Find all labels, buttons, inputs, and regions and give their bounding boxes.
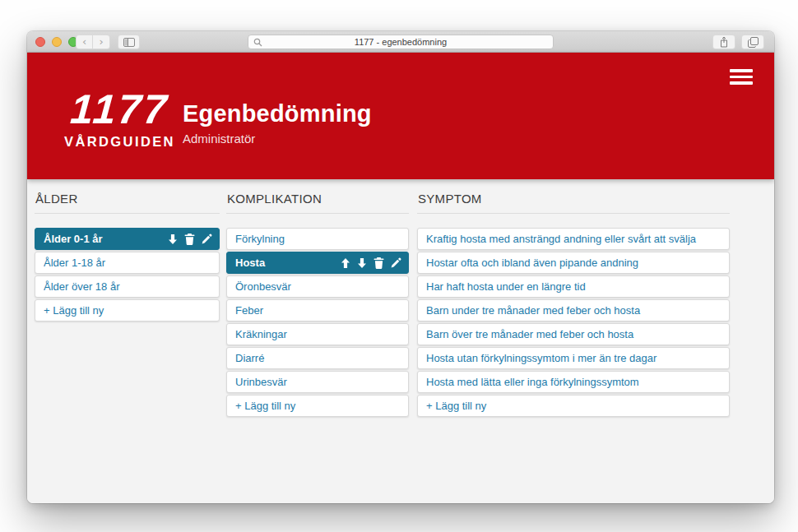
window-minimize-button[interactable] <box>52 37 62 47</box>
list-item[interactable]: Barn under tre månader med feber och hos… <box>417 299 730 322</box>
logo-word: VÅRDGUIDEN <box>64 134 175 150</box>
browser-titlebar: ‹ › 1177 - egenbedömning <box>27 31 774 53</box>
list-item-selected[interactable]: Ålder 0-1 år <box>35 228 220 250</box>
list-item-label: Diarré <box>235 352 401 364</box>
column-komplikation: KOMPLIKATIONFörkylningHostaÖronbesvärFeb… <box>226 179 409 419</box>
item-list: Kraftig hosta med ansträngd andning elle… <box>417 228 730 417</box>
list-item[interactable]: Ålder 1-18 år <box>35 252 220 274</box>
list-item[interactable]: Barn över tre månader med feber och host… <box>417 323 730 345</box>
delete-icon[interactable] <box>373 257 384 269</box>
list-item[interactable]: Ålder över 18 år <box>35 275 220 298</box>
sidebar-toggle-button[interactable] <box>118 35 140 49</box>
admin-columns: ÅLDERÅlder 0-1 årÅlder 1-18 årÅlder över… <box>27 179 774 503</box>
move-down-icon[interactable] <box>357 258 367 268</box>
header-text: Egenbedömning Administratör <box>183 100 372 146</box>
list-item-label: Hosta med lätta eller inga förkylningssy… <box>426 376 722 388</box>
list-item-selected[interactable]: Hosta <box>226 252 409 274</box>
add-new-button[interactable]: + Lägg till ny <box>35 299 220 322</box>
list-item[interactable]: Hosta utan förkylningssymtom i mer än tr… <box>417 347 730 369</box>
hamburger-icon <box>730 69 753 72</box>
sidebar-icon <box>123 38 135 47</box>
list-item[interactable]: Feber <box>226 299 409 322</box>
share-icon <box>719 36 729 48</box>
list-item[interactable]: Öronbesvär <box>226 275 409 298</box>
logo-number: 1177 <box>63 90 176 129</box>
column-heading: SYMPTOM <box>417 179 730 214</box>
site-header: 1177 VÅRDGUIDEN Egenbedömning Administra… <box>27 53 774 179</box>
column-heading: ÅLDER <box>35 179 220 214</box>
list-item-label: + Lägg till ny <box>44 304 212 317</box>
list-item-label: Ålder över 18 år <box>44 280 212 293</box>
back-button[interactable]: ‹ <box>76 35 93 49</box>
list-item-label: Hosta utan förkylningssymtom i mer än tr… <box>426 352 722 364</box>
address-bar-text: 1177 - egenbedömning <box>355 37 447 47</box>
add-new-button[interactable]: + Lägg till ny <box>226 395 409 417</box>
delete-icon[interactable] <box>184 234 195 245</box>
list-item-label: Feber <box>235 304 401 317</box>
list-item[interactable]: Diarré <box>226 347 409 369</box>
list-item-label: Hostar ofta och ibland även pipande andn… <box>426 257 722 269</box>
page-title: Egenbedömning <box>183 100 372 127</box>
tabs-button[interactable] <box>741 35 764 49</box>
list-item[interactable]: Hostar ofta och ibland även pipande andn… <box>417 252 730 274</box>
address-bar[interactable]: 1177 - egenbedömning <box>248 35 554 49</box>
window-close-button[interactable] <box>35 37 45 47</box>
list-item[interactable]: Kraftig hosta med ansträngd andning elle… <box>417 228 730 250</box>
edit-icon[interactable] <box>391 257 401 268</box>
list-item-label: Hosta <box>235 257 334 269</box>
list-item-label: Har haft hosta under en längre tid <box>426 280 722 293</box>
list-item[interactable]: Urinbesvär <box>226 371 409 393</box>
window-controls <box>35 37 78 47</box>
list-item[interactable]: Förkylning <box>226 228 409 250</box>
list-item-label: Kraftig hosta med ansträngd andning elle… <box>426 233 722 245</box>
list-item-label: Öronbesvär <box>235 280 401 293</box>
chevron-left-icon: ‹ <box>82 36 86 47</box>
column-alder: ÅLDERÅlder 0-1 årÅlder 1-18 årÅlder över… <box>35 179 220 323</box>
move-down-icon[interactable] <box>168 234 178 244</box>
list-item-label: + Lägg till ny <box>426 400 722 412</box>
list-item-label: Barn över tre månader med feber och host… <box>426 328 722 340</box>
list-item-label: + Lägg till ny <box>235 400 401 412</box>
column-symptom: SYMPTOMKraftig hosta med ansträngd andni… <box>417 179 730 419</box>
list-item-label: Förkylning <box>235 233 401 245</box>
search-icon <box>253 38 262 47</box>
page-subtitle: Administratör <box>183 132 372 146</box>
list-item[interactable]: Hosta med lätta eller inga förkylningssy… <box>417 371 730 393</box>
item-list: FörkylningHostaÖronbesvärFeberKräkningar… <box>226 228 409 417</box>
list-item-label: Ålder 0-1 år <box>44 233 161 245</box>
item-actions <box>341 257 401 269</box>
list-item-label: Urinbesvär <box>235 376 401 388</box>
logo-1177-vardguiden[interactable]: 1177 VÅRDGUIDEN <box>64 90 175 150</box>
desktop-background: ‹ › 1177 - egenbedömning 1177 VÅRDGUIDEN <box>0 0 798 532</box>
chevron-right-icon: › <box>99 36 103 47</box>
move-up-icon[interactable] <box>341 258 350 268</box>
forward-button[interactable]: › <box>93 35 110 49</box>
list-item[interactable]: Har haft hosta under en längre tid <box>417 275 730 298</box>
share-button[interactable] <box>712 35 735 49</box>
browser-window: ‹ › 1177 - egenbedömning 1177 VÅRDGUIDEN <box>27 31 774 503</box>
tabs-icon <box>748 37 759 48</box>
list-item-label: Ålder 1-18 år <box>44 257 212 269</box>
menu-button[interactable] <box>730 69 753 85</box>
add-new-button[interactable]: + Lägg till ny <box>417 395 730 417</box>
list-item-label: Kräkningar <box>235 328 401 340</box>
list-item-label: Barn under tre månader med feber och hos… <box>426 304 722 317</box>
item-actions <box>168 234 212 245</box>
edit-icon[interactable] <box>202 234 212 244</box>
column-heading: KOMPLIKATION <box>226 179 409 214</box>
item-list: Ålder 0-1 årÅlder 1-18 årÅlder över 18 å… <box>35 228 220 322</box>
list-item[interactable]: Kräkningar <box>226 323 409 345</box>
